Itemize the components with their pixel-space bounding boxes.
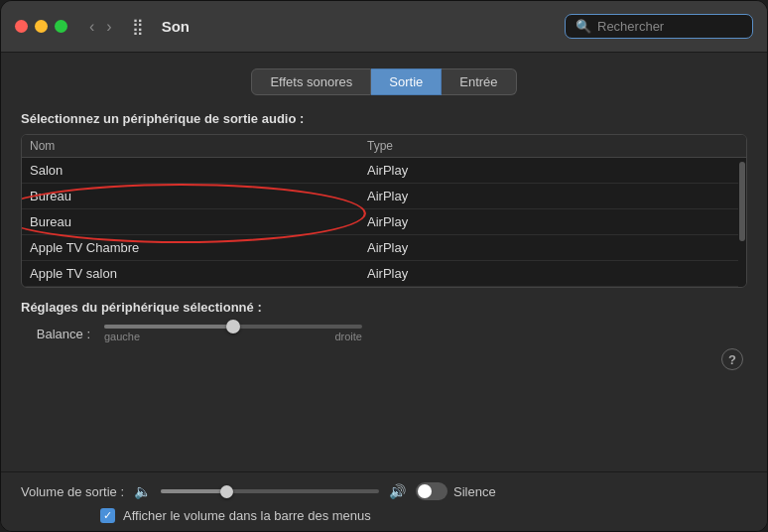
main-content: Effets sonores Sortie Entrée Sélectionne… [1, 53, 767, 471]
tab-sortie[interactable]: Sortie [371, 68, 442, 95]
row-nom: Bureau [30, 214, 367, 229]
volume-label: Volume de sortie : [21, 484, 124, 499]
help-row: ? [21, 348, 747, 370]
tab-effets-sonores[interactable]: Effets sonores [251, 68, 371, 95]
mute-toggle: Silence [416, 482, 496, 500]
tabs: Effets sonores Sortie Entrée [21, 68, 747, 95]
maximize-button[interactable] [55, 20, 67, 33]
search-box[interactable]: 🔍 [565, 14, 753, 39]
volume-slider-track[interactable] [161, 489, 379, 493]
volume-slider-thumb[interactable] [220, 485, 233, 498]
nav-buttons: ‹ › [85, 17, 116, 37]
balance-label: Balance : [31, 327, 90, 341]
titlebar: ‹ › ⣿ Son 🔍 [1, 1, 767, 53]
show-volume-label: Afficher le volume dans la barre des men… [123, 508, 371, 523]
volume-low-icon: 🔈 [134, 483, 151, 499]
balance-slider-track[interactable] [104, 325, 362, 329]
balance-slider-container: gauche droite [104, 325, 362, 342]
row-type: AirPlay [367, 189, 738, 203]
checkbox-row: ✓ Afficher le volume dans la barre des m… [21, 508, 747, 523]
window-title: Son [162, 18, 555, 35]
row-type: AirPlay [367, 163, 738, 178]
row-nom: Apple TV Chambre [30, 240, 367, 255]
table-row[interactable]: Bureau AirPlay [22, 184, 746, 209]
traffic-lights [15, 20, 67, 33]
row-nom: Apple TV salon [30, 266, 367, 281]
slider-left-label: gauche [104, 331, 140, 342]
table-row[interactable]: Salon AirPlay [22, 158, 746, 184]
mute-label: Silence [453, 484, 496, 499]
balance-slider-fill [104, 325, 233, 329]
close-button[interactable] [15, 20, 28, 33]
scrollbar-track[interactable] [738, 158, 746, 287]
col-type-header: Type [367, 139, 738, 153]
device-table: Nom Type Salon AirPlay Bureau AirPlay Bu… [21, 134, 747, 288]
settings-section: Réglages du périphérique sélectionné : B… [21, 300, 747, 370]
col-nom-header: Nom [30, 139, 367, 153]
checkbox-check-icon: ✓ [103, 510, 112, 521]
table-row[interactable]: Apple TV Chambre AirPlay [22, 235, 746, 261]
row-nom: Salon [30, 163, 367, 178]
volume-high-icon: 🔊 [389, 483, 406, 499]
balance-slider-thumb[interactable] [226, 320, 240, 333]
table-row[interactable]: Apple TV salon AirPlay [22, 261, 746, 287]
device-section-label: Sélectionnez un périphérique de sortie a… [21, 111, 747, 126]
help-button[interactable]: ? [721, 348, 743, 370]
scrollbar-thumb [739, 162, 745, 241]
search-icon: 🔍 [576, 19, 591, 34]
forward-button[interactable]: › [102, 17, 115, 37]
search-input[interactable] [597, 19, 736, 34]
volume-row: Volume de sortie : 🔈 🔊 Silence [21, 482, 747, 500]
grid-button[interactable]: ⣿ [126, 15, 150, 38]
table-header: Nom Type [22, 135, 746, 158]
table-body: Salon AirPlay Bureau AirPlay Bureau AirP… [22, 158, 746, 287]
toggle-knob [418, 484, 432, 498]
tab-entree[interactable]: Entrée [442, 68, 516, 95]
row-type: AirPlay [367, 214, 738, 229]
slider-right-label: droite [334, 331, 362, 342]
bottom-bar: Volume de sortie : 🔈 🔊 Silence ✓ Affiche… [1, 471, 767, 531]
row-type: AirPlay [367, 266, 738, 281]
back-button[interactable]: ‹ [85, 17, 98, 37]
table-row[interactable]: Bureau AirPlay [22, 209, 746, 235]
row-type: AirPlay [367, 240, 738, 255]
volume-slider-fill [161, 489, 226, 493]
settings-section-label: Réglages du périphérique sélectionné : [21, 300, 747, 315]
mute-switch[interactable] [416, 482, 448, 500]
balance-row: Balance : gauche droite [21, 325, 747, 342]
row-nom: Bureau [30, 189, 367, 203]
minimize-button[interactable] [35, 20, 48, 33]
show-volume-checkbox[interactable]: ✓ [100, 508, 115, 523]
window: ‹ › ⣿ Son 🔍 Effets sonores Sortie Entrée… [0, 0, 768, 532]
